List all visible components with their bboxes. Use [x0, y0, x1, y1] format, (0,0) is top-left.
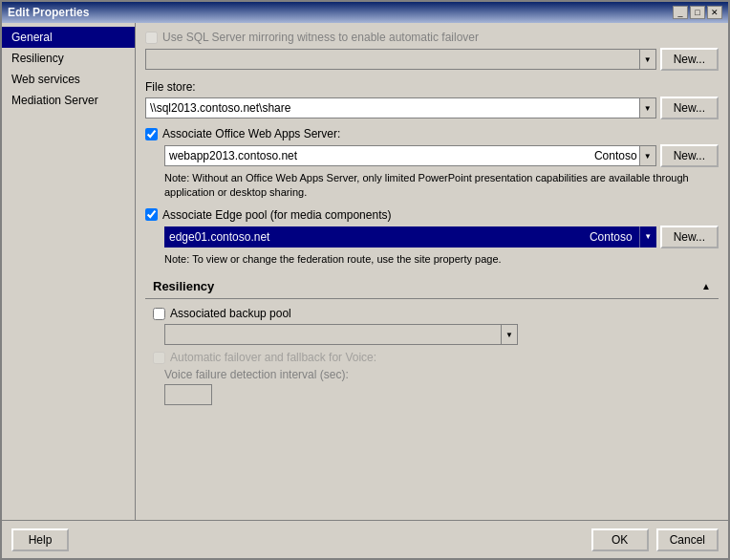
backup-pool-dropdown [164, 324, 518, 345]
file-store-input-group: ▼ New... [145, 97, 719, 119]
backup-pool-arrow: ▼ [501, 324, 518, 345]
edge-dropdown-arrow[interactable]: ▼ [639, 226, 656, 248]
voice-interval-input [164, 384, 212, 405]
resiliency-section-header: Resiliency ▲ [145, 274, 719, 299]
sql-mirror-arrow: ▼ [639, 49, 656, 70]
maximize-button[interactable]: □ [690, 6, 705, 19]
voice-interval-label: Voice failure detection interval (sec): [164, 368, 349, 381]
edge-contoso-label: Contoso [590, 230, 633, 244]
auto-failover-label: Automatic failover and fallback for Voic… [170, 351, 376, 364]
ok-button[interactable]: OK [591, 528, 649, 551]
associate-owa-label: Associate Office Web Apps Server: [162, 127, 340, 140]
owa-input-group: Contoso ▼ New... [164, 144, 719, 167]
title-bar-buttons: _ □ ✕ [673, 6, 722, 19]
bottom-bar: Help OK Cancel [2, 520, 728, 558]
file-store-row: File store: ▼ New... [145, 80, 719, 119]
backup-pool-checkbox[interactable] [153, 308, 165, 320]
bottom-right-buttons: OK Cancel [591, 528, 719, 551]
sidebar: General Resiliency Web services Mediatio… [2, 23, 136, 520]
sql-mirror-dropdown [145, 49, 656, 70]
associate-edge-checkbox[interactable] [145, 208, 158, 221]
sql-mirror-new-button[interactable]: New... [660, 48, 719, 71]
sql-mirror-row: Use SQL Server mirroring witness to enab… [145, 31, 719, 44]
edge-new-button[interactable]: New... [660, 226, 719, 248]
backup-pool-row: Associated backup pool [153, 307, 719, 320]
resiliency-title: Resiliency [153, 279, 214, 293]
auto-failover-checkbox [153, 352, 165, 364]
auto-failover-row: Automatic failover and fallback for Voic… [153, 351, 719, 364]
owa-server-input[interactable] [164, 145, 656, 166]
title-bar: Edit Properties _ □ ✕ [2, 2, 728, 23]
backup-pool-label: Associated backup pool [170, 307, 291, 320]
help-button[interactable]: Help [11, 528, 69, 551]
owa-new-button[interactable]: New... [660, 144, 719, 167]
sql-mirror-label: Use SQL Server mirroring witness to enab… [162, 31, 479, 44]
close-button[interactable]: ✕ [707, 6, 722, 19]
file-store-label: File store: [145, 80, 719, 94]
sidebar-item-mediation-server[interactable]: Mediation Server [2, 90, 135, 111]
window-title: Edit Properties [8, 6, 89, 19]
file-store-input[interactable] [145, 97, 656, 118]
sql-mirror-dropdown-wrapper: ▼ [145, 49, 656, 70]
owa-server-wrapper: Contoso ▼ [164, 145, 656, 166]
edge-pool-value: edge01.contoso.net [169, 230, 590, 244]
sidebar-item-general[interactable]: General [2, 27, 135, 48]
file-store-wrapper: ▼ [145, 97, 656, 118]
voice-interval-row: Voice failure detection interval (sec): [164, 368, 719, 405]
associate-edge-label: Associate Edge pool (for media component… [162, 208, 391, 222]
associate-owa-checkbox[interactable] [145, 128, 158, 140]
edit-properties-window: Edit Properties _ □ ✕ General Resiliency… [0, 0, 730, 560]
right-panel: Use SQL Server mirroring witness to enab… [136, 23, 728, 520]
sidebar-item-resiliency[interactable]: Resiliency [2, 48, 135, 69]
owa-note: Note: Without an Office Web Apps Server,… [164, 171, 719, 201]
file-store-new-button[interactable]: New... [660, 97, 719, 119]
backup-pool-wrapper: ▼ [164, 324, 518, 345]
file-store-arrow[interactable]: ▼ [639, 97, 656, 118]
main-content: General Resiliency Web services Mediatio… [2, 23, 728, 520]
edge-input-row: edge01.contoso.net Contoso ▼ New... [164, 226, 719, 248]
backup-pool-dropdown-row: ▼ [164, 324, 719, 345]
owa-checkbox-row: Associate Office Web Apps Server: [145, 127, 719, 140]
edge-selected-area: edge01.contoso.net Contoso [164, 226, 639, 248]
resiliency-collapse-button[interactable]: ▲ [701, 281, 711, 291]
sql-mirror-checkbox[interactable] [145, 32, 158, 44]
cancel-button[interactable]: Cancel [656, 528, 719, 551]
edge-note: Note: To view or change the federation r… [164, 252, 719, 267]
edge-checkbox-row: Associate Edge pool (for media component… [145, 208, 719, 222]
sql-mirror-input-group: ▼ New... [145, 48, 719, 71]
owa-arrow[interactable]: ▼ [639, 145, 656, 166]
sidebar-item-web-services[interactable]: Web services [2, 69, 135, 90]
minimize-button[interactable]: _ [673, 6, 688, 19]
owa-contoso-label: Contoso [594, 149, 637, 162]
